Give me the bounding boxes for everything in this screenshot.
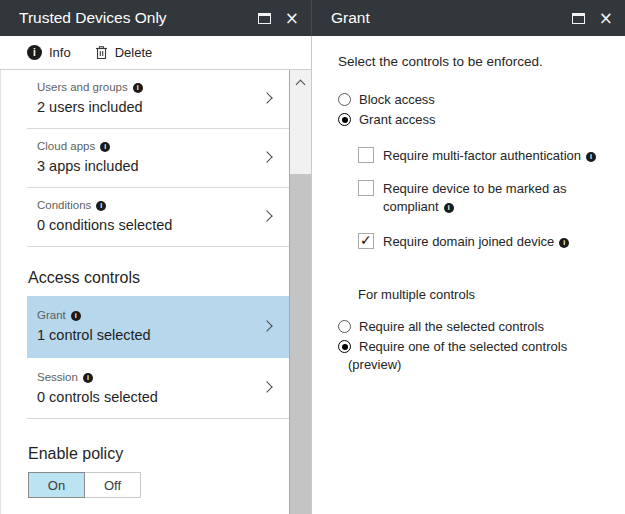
info-button-label: Info	[49, 45, 71, 60]
grant-blade-header: Grant ×	[311, 0, 625, 36]
row-conditions[interactable]: Conditionsi 0 conditions selected	[27, 188, 289, 247]
checkbox-label: Require multi-factor authentication	[383, 148, 581, 163]
radio-icon	[338, 93, 351, 106]
trash-icon	[95, 45, 108, 60]
radio-grant-access[interactable]: Grant access	[338, 110, 605, 130]
toggle-on-button[interactable]: On	[28, 472, 85, 498]
chevron-right-icon	[261, 92, 272, 103]
row-label: Users and groups	[37, 81, 128, 93]
close-icon[interactable]: ×	[285, 10, 299, 27]
instruction-text: Select the controls to be enforced.	[338, 53, 605, 71]
radio-label: Require all the selected controls	[359, 319, 544, 335]
radio-icon	[338, 340, 351, 353]
row-label: Cloud apps	[37, 140, 95, 152]
chevron-right-icon	[261, 151, 272, 162]
policy-blade-title: Trusted Devices Only	[19, 9, 258, 27]
radio-require-all-controls[interactable]: Require all the selected controls	[338, 317, 605, 337]
info-icon: i	[96, 201, 106, 211]
checkbox-require-compliant-device[interactable]: ✓ Require device to be marked as complia…	[358, 180, 605, 216]
radio-label-suffix: (preview)	[348, 357, 567, 373]
checkbox-label: Require domain joined device	[383, 234, 554, 249]
radio-require-one-control[interactable]: Require one of the selected controls (pr…	[338, 337, 605, 375]
checkbox-require-domain-joined[interactable]: ✓ Require domain joined devicei	[358, 233, 605, 251]
info-icon: i	[559, 238, 569, 248]
window-controls: ×	[258, 10, 299, 27]
chevron-right-icon	[261, 381, 272, 392]
radio-label: Block access	[359, 92, 435, 108]
grant-blade-body: Select the controls to be enforced. Bloc…	[311, 36, 625, 514]
info-icon: i	[71, 311, 81, 321]
checkbox-label: Require device to be marked as compliant	[383, 181, 567, 214]
chevron-up-icon	[296, 79, 306, 89]
checkbox-icon: ✓	[358, 180, 374, 196]
scrollbar[interactable]	[289, 70, 311, 514]
row-value: 2 users included	[37, 96, 259, 118]
info-icon: i	[100, 142, 110, 152]
maximize-icon[interactable]	[572, 13, 585, 24]
policy-blade-content: Users and groupsi 2 users included Cloud…	[1, 70, 289, 514]
checkbox-require-mfa[interactable]: ✓ Require multi-factor authenticationi	[358, 147, 605, 165]
blade-toolbar: i Info Delete	[0, 36, 311, 70]
info-icon: i	[586, 152, 596, 162]
policy-blade: Trusted Devices Only × i Info Dele	[0, 0, 311, 514]
scroll-up-arrow[interactable]	[290, 70, 311, 94]
radio-block-access[interactable]: Block access	[338, 90, 605, 110]
row-value: 1 control selected	[37, 324, 259, 346]
checkbox-icon: ✓	[358, 233, 374, 249]
delete-button[interactable]: Delete	[95, 45, 153, 60]
close-icon[interactable]: ×	[599, 10, 613, 27]
checkbox-icon: ✓	[358, 147, 374, 163]
maximize-icon[interactable]	[258, 13, 271, 24]
row-session[interactable]: Sessioni 0 controls selected	[27, 358, 289, 419]
toggle-off-button[interactable]: Off	[84, 472, 141, 498]
row-label: Session	[37, 371, 78, 383]
row-grant[interactable]: Granti 1 control selected	[27, 296, 289, 358]
enable-policy-heading: Enable policy	[28, 445, 289, 463]
policy-blade-header: Trusted Devices Only ×	[0, 0, 311, 36]
info-icon: i	[27, 45, 42, 60]
info-icon: i	[133, 83, 143, 93]
grant-blade-title: Grant	[331, 9, 572, 27]
delete-button-label: Delete	[115, 45, 153, 60]
row-value: 3 apps included	[37, 155, 259, 177]
window-controls: ×	[572, 10, 613, 27]
grant-blade: Grant × Select the controls to be enforc…	[311, 0, 625, 514]
multiple-controls-radio-group: Require all the selected controls Requir…	[338, 317, 605, 375]
access-controls-heading: Access controls	[28, 269, 289, 287]
radio-icon	[338, 320, 351, 333]
conditional-access-screen: Trusted Devices Only × i Info Dele	[0, 0, 625, 514]
radio-label: Require one of the selected controls	[359, 339, 567, 354]
row-label: Grant	[37, 309, 66, 321]
check-icon: ✓	[360, 232, 372, 248]
info-icon: i	[444, 203, 454, 213]
controls-checkbox-group: ✓ Require multi-factor authenticationi ✓…	[358, 147, 605, 251]
info-icon: i	[83, 373, 93, 383]
chevron-right-icon	[261, 210, 272, 221]
row-users-and-groups[interactable]: Users and groupsi 2 users included	[27, 70, 289, 129]
info-button[interactable]: i Info	[27, 45, 71, 60]
policy-blade-body: Users and groupsi 2 users included Cloud…	[0, 70, 311, 514]
scroll-thumb[interactable]	[290, 174, 311, 514]
multiple-controls-heading: For multiple controls	[358, 287, 605, 302]
row-value: 0 controls selected	[37, 386, 259, 408]
row-value: 0 conditions selected	[37, 214, 259, 236]
row-label: Conditions	[37, 199, 91, 211]
chevron-right-icon	[261, 320, 272, 331]
row-cloud-apps[interactable]: Cloud appsi 3 apps included	[27, 129, 289, 188]
access-mode-radio-group: Block access Grant access	[338, 90, 605, 130]
radio-label: Grant access	[359, 112, 436, 128]
radio-icon	[338, 113, 351, 126]
enable-policy-toggle: On Off	[28, 472, 289, 498]
